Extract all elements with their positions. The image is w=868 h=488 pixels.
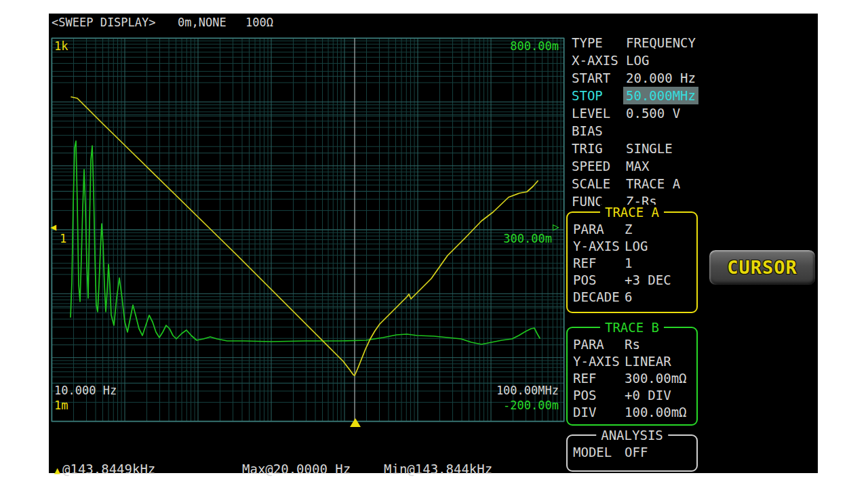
- setting-label: SPEED: [572, 157, 626, 175]
- trace-b-title: TRACE B: [600, 320, 664, 335]
- trace-a-y-axis[interactable]: Y-AXISLOG: [568, 238, 696, 255]
- trace-b-value: 300.00mΩ: [625, 370, 687, 387]
- setting-scale[interactable]: SCALETRACE A: [572, 175, 816, 192]
- graph-grid-and-traces: [52, 38, 564, 422]
- sweep-settings-menu: TYPEFREQUENCYX-AXISLOGSTART20.000 HzSTOP…: [572, 34, 816, 210]
- trace-a-para[interactable]: PARAZ: [568, 221, 696, 238]
- setting-label: BIAS: [572, 122, 626, 140]
- trace-b-label: REF: [573, 370, 625, 387]
- trace-a-value: Z: [625, 221, 632, 238]
- trace-b-value: Rs: [625, 336, 640, 353]
- setting-bias[interactable]: BIAS: [572, 122, 816, 140]
- setting-value: 20.000 Hz: [626, 69, 696, 87]
- trace-a-bottom-scale: 1m: [54, 399, 68, 411]
- setting-label: TRIG: [572, 140, 626, 157]
- trace-b-ref-value: 300.00m: [503, 232, 552, 245]
- trace-a-value: 6: [625, 289, 632, 306]
- setting-value: 50.000MHz: [623, 87, 698, 104]
- x-axis-stop-label: 100.00MHz: [496, 384, 559, 396]
- setting-label: START: [572, 69, 626, 87]
- trace-b-label: DIV: [573, 404, 625, 421]
- setting-value: 0.500 V: [626, 104, 680, 122]
- range-indicator: 100Ω: [245, 16, 273, 29]
- setting-label: TYPE: [572, 34, 626, 52]
- trace-b-div[interactable]: DIV100.00mΩ: [568, 404, 696, 421]
- setting-start[interactable]: START20.000 Hz: [572, 69, 816, 87]
- trace-a-ref-marker-icon[interactable]: ◀: [50, 222, 56, 232]
- min-readout-column: Min@143.844kHz 4.8504m 4.8389m: [384, 432, 494, 488]
- setting-label: X-AXIS: [572, 52, 626, 69]
- setting-level[interactable]: LEVEL0.500 V: [572, 104, 816, 122]
- analyzer-screen: <SWEEP DISPLAY> 0m,NONE 100Ω 1k 800.00m …: [49, 14, 818, 473]
- trace-b-label: POS: [573, 387, 625, 404]
- setting-label: SCALE: [572, 175, 626, 192]
- marker-1-position-triangle[interactable]: [350, 418, 361, 427]
- setting-stop[interactable]: STOP50.000MHz: [572, 87, 816, 104]
- analysis-model[interactable]: MODELOFF: [568, 444, 696, 461]
- trace-b-para[interactable]: PARARs: [568, 336, 696, 353]
- trace-b-value: 100.00mΩ: [625, 404, 687, 421]
- trace-a-pos[interactable]: POS+3 DEC: [568, 272, 696, 289]
- setting-speed[interactable]: SPEEDMAX: [572, 157, 816, 175]
- trace-b-ref[interactable]: REF300.00mΩ: [568, 370, 696, 387]
- setting-x-axis[interactable]: X-AXISLOG: [572, 52, 816, 69]
- trace-a-top-scale: 1k: [54, 40, 68, 52]
- trace-b-bottom-scale: -200.00m: [503, 399, 559, 411]
- trace-a-label: REF: [573, 255, 625, 272]
- trace-b-panel: TRACE B PARARsY-AXISLINEARREF300.00mΩPOS…: [566, 327, 698, 426]
- marker-triangle-icon: ▲: [54, 464, 60, 476]
- status-bar: <SWEEP DISPLAY> 0m,NONE 100Ω: [49, 14, 818, 34]
- trace-b-label: Y-AXIS: [573, 353, 625, 370]
- marker-readout-column: ▲@143.8449kHz Z4.8504m Rs4.8389m: [54, 432, 237, 488]
- analysis-value: OFF: [625, 444, 648, 461]
- trace-b-top-scale: 800.00m: [510, 40, 559, 52]
- page-background: <SWEEP DISPLAY> 0m,NONE 100Ω 1k 800.00m …: [0, 0, 868, 488]
- trace-b-value: LINEAR: [625, 353, 671, 370]
- trace-b-pos[interactable]: POS+0 DIV: [568, 387, 696, 404]
- sweep-graph-area[interactable]: 1k 800.00m 300.00m 10.000 Hz 1m 100.00MH…: [52, 38, 564, 422]
- trace-b-ref-marker-icon[interactable]: ▷: [553, 222, 559, 232]
- setting-trig[interactable]: TRIGSINGLE: [572, 140, 816, 157]
- trace-b-value: +0 DIV: [625, 387, 671, 404]
- setting-label: LEVEL: [572, 104, 626, 122]
- trace-a-value: +3 DEC: [625, 272, 671, 289]
- setting-value: TRACE A: [626, 175, 680, 192]
- marker-frequency: @143.8449kHz: [62, 462, 155, 476]
- trace-a-value: LOG: [625, 238, 648, 255]
- trace-a-title: TRACE A: [600, 205, 664, 220]
- marker-readout-header: ▲@143.8449kHz: [54, 462, 237, 476]
- trace-a-label: Y-AXIS: [573, 238, 625, 255]
- analysis-panel: ANALYSIS MODELOFF: [566, 434, 698, 472]
- setting-value: FREQUENCY: [626, 34, 696, 52]
- trace-a-panel: TRACE A PARAZY-AXISLOGREF1POS+3 DECDECAD…: [566, 211, 698, 313]
- max-frequency: Max@20.0000 Hz: [242, 462, 359, 476]
- setting-type[interactable]: TYPEFREQUENCY: [572, 34, 816, 52]
- x-axis-start-label: 10.000 Hz: [54, 384, 117, 396]
- trace-a-decade[interactable]: DECADE6: [568, 289, 696, 306]
- trace-a-label: DECADE: [573, 289, 625, 306]
- cursor-button[interactable]: CURSOR: [709, 249, 816, 285]
- analysis-label: MODEL: [573, 444, 625, 461]
- trace-b-y-axis[interactable]: Y-AXISLINEAR: [568, 353, 696, 370]
- trace-a-value: 1: [625, 255, 632, 272]
- bias-status: 0m,NONE: [178, 16, 226, 29]
- trace-a-ref-number: 1: [60, 232, 66, 245]
- setting-value: SINGLE: [626, 140, 673, 157]
- trace-a-ref[interactable]: REF1: [568, 255, 696, 272]
- setting-label: STOP: [572, 87, 626, 104]
- analysis-title: ANALYSIS: [596, 428, 668, 443]
- setting-value: MAX: [626, 157, 649, 175]
- screen-mode-title: <SWEEP DISPLAY>: [52, 16, 156, 29]
- setting-value: LOG: [626, 52, 649, 69]
- min-frequency: Min@143.844kHz: [384, 462, 494, 476]
- trace-a-label: PARA: [573, 221, 625, 238]
- trace-b-label: PARA: [573, 336, 625, 353]
- max-readout-column: Max@20.0000 Hz 117.04 107.92m: [242, 432, 359, 488]
- trace-a-label: POS: [573, 272, 625, 289]
